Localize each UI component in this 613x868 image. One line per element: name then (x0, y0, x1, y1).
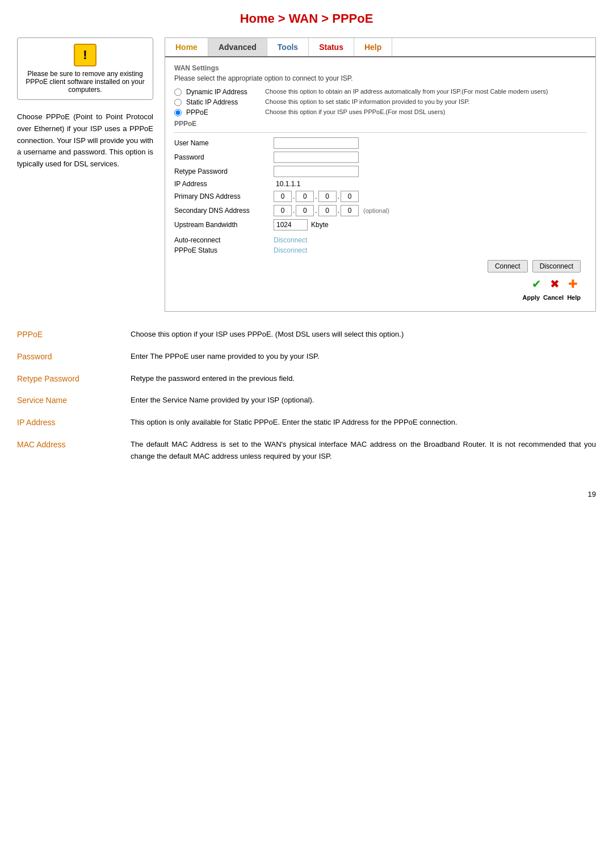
password-row: Password (174, 152, 586, 163)
page-title: Home > WAN > PPPoE (0, 0, 613, 32)
retype-password-row: Retype Password (174, 166, 586, 177)
apply-icon[interactable]: ✔ (528, 276, 544, 292)
form-area: WAN Settings Please select the appropria… (165, 57, 595, 311)
pppoe-status-value: Disconnect (274, 246, 307, 254)
password-input[interactable] (274, 152, 359, 163)
secondary-dns-inputs: . . . (optional) (274, 205, 389, 216)
pppoe-subtitle: PPPoE (174, 120, 586, 128)
optional-label: (optional) (363, 207, 389, 214)
term-pppoe: PPPoE (17, 329, 131, 339)
radio-row-pppoe: PPPoE Choose this option if your ISP use… (174, 108, 586, 116)
descriptions-section: PPPoE Choose this option if your ISP use… (0, 317, 613, 484)
pppoe-radio[interactable] (174, 109, 182, 116)
upstream-label: Upstream Bandwidth (174, 221, 274, 229)
pppoe-status-label: PPPoE Status (174, 246, 274, 254)
secondary-dns-octet3[interactable] (318, 205, 337, 216)
static-ip-radio[interactable] (174, 99, 182, 106)
help-icon[interactable]: ✚ (565, 276, 581, 292)
radio-row-dynamic: Dynamic IP Address Choose this option to… (174, 88, 586, 96)
user-name-input[interactable] (274, 137, 359, 149)
pppoe-label[interactable]: PPPoE (174, 108, 265, 116)
nav-advanced[interactable]: Advanced (208, 38, 267, 56)
user-name-row: User Name (174, 137, 586, 149)
term-ip-address: IP Address (17, 417, 131, 427)
auto-reconnect-value: Disconnect (274, 236, 307, 244)
divider (174, 132, 586, 133)
action-icons-row: ✔ ✖ ✚ (174, 272, 586, 294)
pppoe-desc: Choose this option if your ISP uses PPPo… (265, 108, 586, 115)
desc-retype-password: Retype Password Retype the password ente… (17, 373, 596, 385)
primary-dns-row: Primary DNS Address . . . (174, 191, 586, 202)
primary-dns-octet1[interactable] (274, 191, 292, 202)
primary-dns-label: Primary DNS Address (174, 192, 274, 200)
primary-dns-octet2[interactable] (296, 191, 314, 202)
term-mac-address: MAC Address (17, 439, 131, 449)
def-pppoe: Choose this option if your ISP uses PPPo… (131, 329, 596, 341)
nav-bar: Home Advanced Tools Status Help (165, 38, 595, 57)
ip-address-value: 10.1.1.1 (276, 180, 300, 188)
upstream-row: Upstream Bandwidth Kbyte (174, 219, 586, 230)
nav-help[interactable]: Help (354, 38, 392, 56)
section-desc: Please select the appropriate option to … (174, 74, 586, 82)
help-label: Help (567, 294, 581, 301)
action-labels: Apply Cancel Help (174, 294, 586, 304)
def-mac-address: The default MAC Address is set to the WA… (131, 439, 596, 463)
auto-reconnect-label: Auto-reconnect (174, 236, 274, 244)
disconnect-button[interactable]: Disconnect (532, 260, 581, 272)
desc-service-name: Service Name Enter the Service Name prov… (17, 395, 596, 406)
connect-button[interactable]: Connect (488, 260, 528, 272)
ip-address-row: IP Address 10.1.1.1 (174, 180, 586, 188)
page-number: 19 (0, 484, 613, 504)
warning-icon: ! (74, 44, 96, 66)
primary-dns-octet4[interactable] (341, 191, 359, 202)
left-panel: ! Please be sure to remove any existing … (17, 37, 153, 312)
secondary-dns-octet4[interactable] (341, 205, 359, 216)
retype-password-label: Retype Password (174, 167, 274, 175)
def-service-name: Enter the Service Name provided by your … (131, 395, 596, 406)
dynamic-ip-label[interactable]: Dynamic IP Address (174, 88, 265, 96)
nav-tools[interactable]: Tools (267, 38, 309, 56)
static-ip-label[interactable]: Static IP Address (174, 98, 265, 106)
status-section: Auto-reconnect Disconnect PPPoE Status D… (174, 236, 586, 254)
ip-address-label: IP Address (174, 180, 274, 188)
desc-ip-address: IP Address This option is only available… (17, 417, 596, 429)
primary-dns-inputs: . . . (274, 191, 359, 202)
auto-reconnect-row: Auto-reconnect Disconnect (174, 236, 586, 244)
radio-group: Dynamic IP Address Choose this option to… (174, 88, 586, 116)
desc-mac-address: MAC Address The default MAC Address is s… (17, 439, 596, 463)
nav-home[interactable]: Home (165, 38, 208, 56)
section-title: WAN Settings (174, 64, 586, 72)
warning-text: Please be sure to remove any existing PP… (23, 70, 147, 94)
warning-box: ! Please be sure to remove any existing … (17, 37, 153, 100)
radio-row-static: Static IP Address Choose this option to … (174, 98, 586, 106)
term-password: Password (17, 351, 131, 361)
right-panel: Home Advanced Tools Status Help WAN Sett… (165, 37, 596, 312)
pppoe-status-row: PPPoE Status Disconnect (174, 246, 586, 254)
apply-label: Apply (523, 294, 540, 301)
dynamic-ip-desc: Choose this option to obtain an IP addre… (265, 88, 586, 95)
dynamic-ip-radio[interactable] (174, 89, 182, 96)
secondary-dns-row: Secondary DNS Address . . . (optional) (174, 205, 586, 216)
connect-button-row: Connect Disconnect (174, 260, 586, 272)
def-ip-address: This option is only available for Static… (131, 417, 596, 429)
static-ip-desc: Choose this option to set static IP info… (265, 98, 586, 105)
left-description: Choose PPPoE (Point to Point Protocol ov… (17, 111, 153, 170)
term-retype-password: Retype Password (17, 373, 131, 383)
kbyte-label: Kbyte (311, 221, 329, 229)
cancel-label: Cancel (543, 294, 564, 301)
password-label: Password (174, 153, 274, 161)
primary-dns-octet3[interactable] (318, 191, 337, 202)
secondary-dns-octet1[interactable] (274, 205, 292, 216)
def-password: Enter The PPPoE user name provided to yo… (131, 351, 596, 363)
nav-status[interactable]: Status (309, 38, 354, 56)
def-retype-password: Retype the password entered in the previ… (131, 373, 596, 385)
secondary-dns-octet2[interactable] (296, 205, 314, 216)
cancel-icon[interactable]: ✖ (547, 276, 562, 292)
upstream-input[interactable] (274, 219, 308, 230)
secondary-dns-label: Secondary DNS Address (174, 207, 274, 215)
term-service-name: Service Name (17, 395, 131, 405)
user-name-label: User Name (174, 139, 274, 147)
retype-password-input[interactable] (274, 166, 359, 177)
desc-pppoe: PPPoE Choose this option if your ISP use… (17, 329, 596, 341)
upstream-input-group: Kbyte (274, 219, 329, 230)
